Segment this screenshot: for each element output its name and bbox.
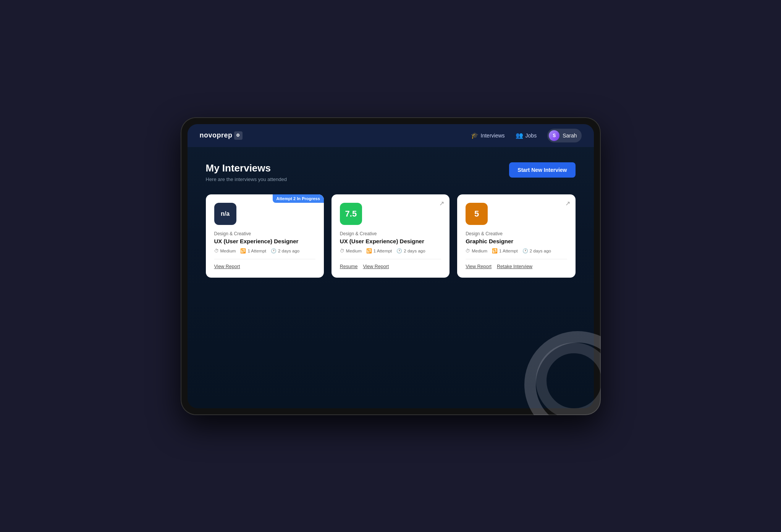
resume-button-2[interactable]: Resume <box>340 264 358 269</box>
attempt-badge-1: Attempt 2 In Progress <box>273 194 324 203</box>
card-meta-3: ⏱ Medium 🔁 1 Attempt 🕐 2 days ago <box>466 248 567 254</box>
time-icon-2: 🕐 <box>396 248 402 254</box>
jobs-icon: 👥 <box>516 132 523 139</box>
meta-attempts-1: 🔁 1 Attempt <box>240 248 266 254</box>
attempts-icon-3: 🔁 <box>492 248 498 254</box>
view-report-button-3[interactable]: View Report <box>466 264 492 269</box>
nav-item-jobs[interactable]: 👥 Jobs <box>516 132 537 139</box>
navbar: novoprep ⚙ 🎓 Interviews 👥 Jobs S Sarah <box>188 124 594 147</box>
card-category-2: Design & Creative <box>340 231 441 236</box>
card-actions-3: View Report Retake Interview <box>466 259 567 269</box>
start-new-interview-button[interactable]: Start New Interview <box>509 162 575 178</box>
view-report-button-1[interactable]: View Report <box>214 264 240 269</box>
user-avatar: S <box>549 130 559 141</box>
meta-attempts-label-2: 1 Attempt <box>374 249 392 253</box>
score-box-2: 7.5 <box>340 203 362 225</box>
page-header: My Interviews Here are the interviews yo… <box>206 162 576 182</box>
logo-text: novoprep <box>200 131 233 139</box>
score-box-1: n/a <box>214 203 236 225</box>
meta-difficulty-2: ⏱ Medium <box>340 248 362 254</box>
meta-difficulty-label-2: Medium <box>346 249 362 253</box>
logo-icon: ⚙ <box>234 131 243 140</box>
meta-attempts-label-1: 1 Attempt <box>247 249 266 253</box>
card-title-2: UX (User Experience) Designer <box>340 238 441 244</box>
attempts-icon-2: 🔁 <box>366 248 372 254</box>
nav-jobs-label: Jobs <box>526 133 537 139</box>
meta-difficulty-1: ⏱ Medium <box>214 248 236 254</box>
meta-time-label-1: 2 days ago <box>278 249 299 253</box>
card-meta-2: ⏱ Medium 🔁 1 Attempt 🕐 2 days ago <box>340 248 441 254</box>
meta-difficulty-label-3: Medium <box>472 249 487 253</box>
card-meta-1: ⏱ Medium 🔁 1 Attempt 🕐 2 days ago <box>214 248 315 254</box>
time-icon-1: 🕐 <box>271 248 277 254</box>
card-category-3: Design & Creative <box>466 231 567 236</box>
page-title: My Interviews <box>206 162 287 174</box>
meta-time-label-3: 2 days ago <box>530 249 551 253</box>
card-actions-1: View Report <box>214 259 315 269</box>
meta-attempts-3: 🔁 1 Attempt <box>492 248 518 254</box>
meta-attempts-2: 🔁 1 Attempt <box>366 248 392 254</box>
score-box-3: 5 <box>466 203 488 225</box>
main-content: My Interviews Here are the interviews yo… <box>188 147 594 408</box>
external-link-icon-2[interactable]: ↗ <box>439 200 444 207</box>
user-menu[interactable]: S Sarah <box>547 129 581 142</box>
clock-icon-3: ⏱ <box>466 248 470 254</box>
interview-card-3: ↗ 5 Design & Creative Graphic Designer ⏱… <box>457 194 575 278</box>
meta-time-1: 🕐 2 days ago <box>271 248 299 254</box>
cards-grid: Attempt 2 In Progress n/a Design & Creat… <box>206 194 576 278</box>
meta-time-3: 🕐 2 days ago <box>522 248 551 254</box>
interview-card-1: Attempt 2 In Progress n/a Design & Creat… <box>206 194 324 278</box>
meta-time-2: 🕐 2 days ago <box>396 248 425 254</box>
attempts-icon-1: 🔁 <box>240 248 246 254</box>
meta-difficulty-label-1: Medium <box>220 249 236 253</box>
card-category-1: Design & Creative <box>214 231 315 236</box>
time-icon-3: 🕐 <box>522 248 528 254</box>
interviews-icon: 🎓 <box>471 132 479 139</box>
clock-icon-1: ⏱ <box>214 248 219 254</box>
meta-time-label-2: 2 days ago <box>404 249 425 253</box>
interview-card-2: ↗ 7.5 Design & Creative UX (User Experie… <box>331 194 450 278</box>
nav-right: 🎓 Interviews 👥 Jobs S Sarah <box>471 129 582 142</box>
retake-interview-button-3[interactable]: Retake Interview <box>497 264 532 269</box>
external-link-icon-3[interactable]: ↗ <box>565 200 570 207</box>
card-actions-2: Resume View Report <box>340 259 441 269</box>
nav-interviews-label: Interviews <box>481 133 505 139</box>
view-report-button-2[interactable]: View Report <box>363 264 389 269</box>
nav-item-interviews[interactable]: 🎓 Interviews <box>471 132 505 139</box>
card-title-1: UX (User Experience) Designer <box>214 238 315 244</box>
page-subtitle: Here are the interviews you attended <box>206 176 287 182</box>
clock-icon-2: ⏱ <box>340 248 344 254</box>
meta-attempts-label-3: 1 Attempt <box>499 249 518 253</box>
user-name: Sarah <box>563 133 577 139</box>
logo: novoprep ⚙ <box>200 131 243 140</box>
card-title-3: Graphic Designer <box>466 238 567 244</box>
meta-difficulty-3: ⏱ Medium <box>466 248 487 254</box>
page-header-text: My Interviews Here are the interviews yo… <box>206 162 287 182</box>
